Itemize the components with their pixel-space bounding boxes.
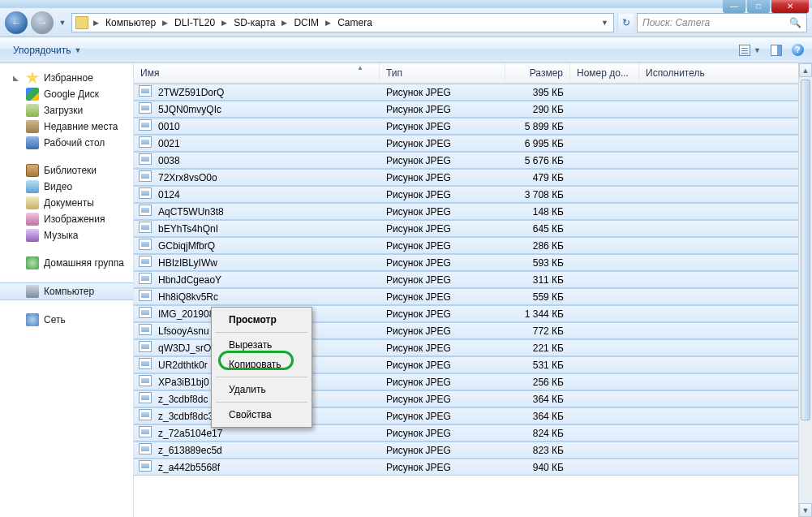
table-row[interactable]: HBIzIBLyIWwРисунок JPEG593 КБ	[134, 254, 812, 271]
file-type: Рисунок JPEG	[380, 411, 505, 422]
breadcrumb-seg[interactable]: SD-карта	[230, 15, 278, 30]
chevron-right-icon[interactable]: ▶	[280, 19, 289, 27]
image-file-icon	[139, 443, 152, 455]
address-bar: ← → ▼ ▶ Компьютер ▶ DLI-TL20 ▶ SD-карта …	[0, 8, 812, 37]
context-menu: Просмотр Вырезать Копировать Удалить Сво…	[211, 307, 312, 428]
table-row[interactable]: GCbiqjMfbrQРисунок JPEG286 КБ	[134, 237, 812, 254]
breadcrumb-seg[interactable]: Camera	[334, 15, 376, 30]
nav-item-documents[interactable]: Документы	[0, 195, 133, 211]
file-type: Рисунок JPEG	[380, 343, 505, 354]
image-file-icon	[139, 358, 152, 369]
scroll-thumb[interactable]	[801, 80, 810, 420]
network-icon	[26, 313, 39, 326]
chevron-down-icon: ▼	[74, 46, 81, 54]
ctx-copy[interactable]: Копировать	[214, 355, 309, 374]
col-name[interactable]: Имя▲	[134, 63, 380, 83]
nav-history-dropdown[interactable]: ▼	[57, 15, 68, 30]
table-row[interactable]: z_a442b5568fРисунок JPEG940 КБ	[134, 459, 812, 476]
col-performer[interactable]: Исполнитель	[639, 63, 812, 83]
table-row[interactable]: bEYhTs4hQnIРисунок JPEG645 КБ	[134, 220, 812, 237]
table-row[interactable]: 0010Рисунок JPEG5 899 КБ	[134, 118, 812, 135]
search-input[interactable]: Поиск: Camera 🔍	[637, 13, 807, 32]
file-size: 395 КБ	[505, 87, 570, 98]
chevron-down-icon[interactable]: ▼	[599, 19, 610, 27]
image-file-icon	[139, 409, 152, 420]
folder-icon	[75, 16, 88, 29]
table-row[interactable]: Hh8iQ8kv5RcРисунок JPEG559 КБ	[134, 288, 812, 305]
maximize-button[interactable]: □	[747, 0, 770, 13]
nav-label: Изображения	[44, 213, 105, 225]
col-size[interactable]: Размер	[505, 63, 570, 83]
file-name: z_613889ec5d	[152, 445, 380, 456]
chevron-down-icon: ▼	[754, 46, 761, 54]
table-row[interactable]: HbnJdCgeaoYРисунок JPEG311 КБ	[134, 271, 812, 288]
ctx-delete[interactable]: Удалить	[214, 380, 309, 399]
image-file-icon	[139, 290, 152, 301]
help-button[interactable]: ?	[792, 44, 804, 56]
file-size: 531 КБ	[505, 360, 570, 371]
scroll-down-button[interactable]: ▼	[799, 503, 812, 517]
file-name: HbnJdCgeaoY	[152, 274, 380, 286]
back-button[interactable]: ←	[5, 11, 28, 34]
nav-network[interactable]: Сеть	[0, 312, 133, 328]
nav-item-desktop[interactable]: Рабочий стол	[0, 135, 133, 151]
image-file-icon	[139, 187, 152, 199]
file-size: 290 КБ	[505, 104, 570, 115]
organize-button[interactable]: Упорядочить ▼	[8, 42, 86, 58]
images-icon	[26, 213, 39, 226]
ctx-cut[interactable]: Вырезать	[214, 335, 309, 355]
downloads-icon	[26, 104, 39, 117]
nav-homegroup[interactable]: Домашняя группа	[0, 255, 133, 271]
breadcrumb-seg[interactable]: Компьютер	[102, 15, 159, 30]
breadcrumb-seg[interactable]: DCIM	[290, 15, 322, 30]
file-name: 0021	[152, 138, 380, 149]
table-row[interactable]: 5JQN0mvyQIcРисунок JPEG290 КБ	[134, 101, 812, 118]
nav-label: Документы	[44, 197, 94, 209]
file-type: Рисунок JPEG	[380, 223, 505, 235]
file-name: bEYhTs4hQnI	[152, 223, 380, 235]
nav-label: Компьютер	[44, 286, 94, 297]
col-num[interactable]: Номер до...	[570, 63, 639, 83]
chevron-right-icon[interactable]: ▶	[92, 19, 101, 27]
chevron-right-icon[interactable]: ▶	[324, 19, 333, 27]
nav-item-downloads[interactable]: Загрузки	[0, 102, 133, 118]
nav-favorites[interactable]: ◣Избранное	[0, 70, 133, 86]
image-file-icon	[139, 324, 152, 335]
breadcrumb-seg[interactable]: DLI-TL20	[171, 15, 218, 30]
nav-item-gdisk[interactable]: Google Диск	[0, 86, 133, 102]
nav-computer[interactable]: Компьютер	[0, 282, 133, 300]
table-row[interactable]: 72Xrx8vsO0oРисунок JPEG479 КБ	[134, 169, 812, 186]
table-row[interactable]: 0038Рисунок JPEG5 676 КБ	[134, 152, 812, 169]
file-size: 6 995 КБ	[505, 138, 570, 149]
breadcrumb[interactable]: ▶ Компьютер ▶ DLI-TL20 ▶ SD-карта ▶ DCIM…	[71, 13, 614, 32]
file-type: Рисунок JPEG	[380, 138, 505, 149]
file-size: 286 КБ	[505, 240, 570, 252]
ctx-properties[interactable]: Свойства	[214, 405, 309, 424]
table-row[interactable]: z_613889ec5dРисунок JPEG823 КБ	[134, 442, 812, 459]
computer-icon	[26, 285, 39, 298]
preview-pane-button[interactable]	[771, 45, 782, 56]
table-row[interactable]: 0021Рисунок JPEG6 995 КБ	[134, 135, 812, 152]
minimize-button[interactable]: —	[723, 0, 745, 13]
nav-item-videos[interactable]: Видео	[0, 179, 133, 195]
file-size: 256 КБ	[505, 377, 570, 388]
ctx-separator	[216, 377, 307, 377]
chevron-right-icon[interactable]: ▶	[220, 19, 229, 27]
nav-item-recent[interactable]: Недавние места	[0, 118, 133, 135]
forward-button[interactable]: →	[31, 11, 54, 34]
nav-item-images[interactable]: Изображения	[0, 211, 133, 227]
table-row[interactable]: AqCT5WUn3t8Рисунок JPEG148 КБ	[134, 203, 812, 220]
nav-item-music[interactable]: Музыка	[0, 227, 133, 243]
table-row[interactable]: 0124Рисунок JPEG3 708 КБ	[134, 186, 812, 203]
table-row[interactable]: 2TWZ591DorQРисунок JPEG395 КБ	[134, 84, 812, 101]
vertical-scrollbar[interactable]: ▲ ▼	[798, 63, 812, 517]
close-button[interactable]: ✕	[771, 0, 809, 13]
col-type[interactable]: Тип	[380, 63, 505, 83]
refresh-button[interactable]: ↻	[617, 14, 634, 32]
nav-libraries[interactable]: Библиотеки	[0, 162, 133, 179]
file-name: 2TWZ591DorQ	[152, 87, 380, 98]
scroll-up-button[interactable]: ▲	[799, 63, 812, 77]
chevron-right-icon[interactable]: ▶	[161, 19, 170, 27]
view-options-button[interactable]: ▼	[739, 45, 761, 56]
ctx-view[interactable]: Просмотр	[214, 310, 309, 330]
